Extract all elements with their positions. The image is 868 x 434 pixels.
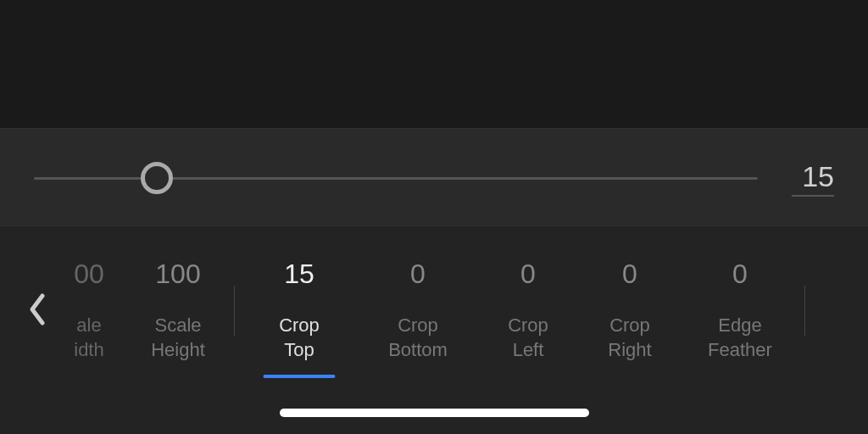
param-label: ale idth (74, 314, 103, 362)
param-divider (804, 286, 805, 337)
parameters-container: 00ale idth100Scale Height15Crop Top0Crop… (0, 228, 868, 393)
slider-handle[interactable] (141, 162, 173, 194)
param-value: 0 (622, 259, 637, 290)
parameters-row: 00ale idth100Scale Height15Crop Top0Crop… (0, 228, 868, 393)
param-value: 0 (520, 259, 536, 290)
chevron-left-icon (27, 314, 47, 329)
slider-row: 15 (0, 128, 868, 228)
slider-value-display[interactable]: 15 (792, 160, 834, 197)
param-value: 0 (732, 259, 748, 290)
param-label: Scale Height (151, 314, 205, 362)
scroll-indicator[interactable] (280, 409, 589, 417)
param-value: 100 (155, 259, 200, 290)
param-label: Crop Left (508, 314, 548, 362)
param-label: Crop Top (279, 314, 320, 362)
active-underline (264, 375, 336, 378)
bottom-bar (0, 393, 868, 434)
param-label: Crop Right (608, 314, 651, 362)
param-crop-left[interactable]: 0Crop Left (477, 228, 579, 393)
param-crop-right[interactable]: 0Crop Right (579, 228, 681, 393)
param-value: 0 (410, 259, 426, 290)
preview-area (0, 0, 868, 128)
param-value: 15 (284, 259, 314, 290)
param-crop-top[interactable]: 15Crop Top (240, 228, 359, 393)
param-edge-feather[interactable]: 0Edge Feather (681, 228, 799, 393)
param-label: Edge Feather (708, 314, 772, 362)
slider-track-container[interactable] (34, 161, 758, 195)
param-scale-height[interactable]: 100Scale Height (127, 228, 229, 393)
nav-previous-button[interactable] (27, 292, 47, 330)
param-value: 00 (74, 259, 104, 290)
param-scale-width[interactable]: 00ale idth (51, 228, 127, 393)
param-label: Crop Bottom (388, 314, 448, 362)
param-divider (234, 286, 235, 337)
param-crop-bottom[interactable]: 0Crop Bottom (359, 228, 477, 393)
